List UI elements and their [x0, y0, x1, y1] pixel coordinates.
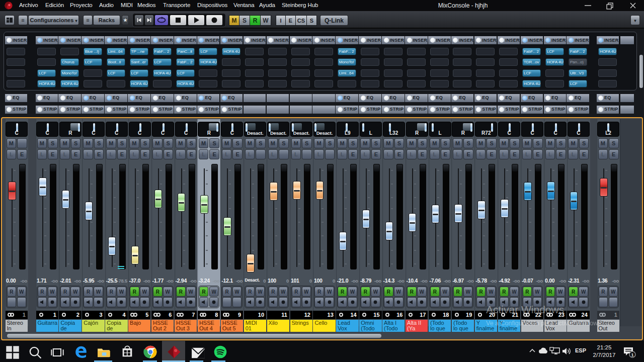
- svg-text:1: 1: [631, 352, 633, 357]
